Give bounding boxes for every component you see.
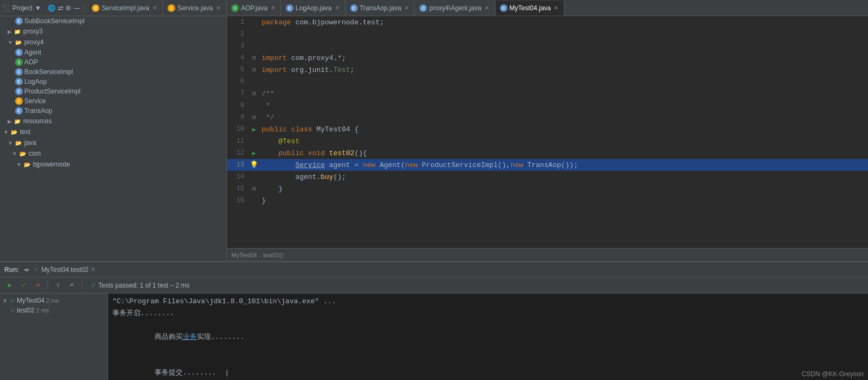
class-icon-LogAop: C — [15, 78, 23, 85]
line-content-11: @Test — [259, 137, 868, 145]
tab-Service[interactable]: I Service.java ✕ — [163, 1, 226, 16]
sidebar-label-TransAop: TransAop — [24, 107, 52, 115]
run-stop-button[interactable]: ⊘ — [32, 280, 43, 291]
tab-LogAop[interactable]: C LogAop.java ✕ — [282, 1, 345, 16]
folder-icon-proxy4: 📂 — [14, 38, 23, 46]
tab-MyTest04[interactable]: C MyTest04.java ✕ — [496, 1, 565, 16]
tab-icon-LogAop: C — [286, 4, 293, 12]
line-num-7: 7 — [227, 90, 249, 97]
run-rerun-button[interactable]: ↕ — [52, 280, 63, 291]
sidebar-item-Service[interactable]: I Service — [0, 96, 226, 106]
toolbar-separator-2 — [82, 280, 82, 291]
class-icon-Service: I — [15, 97, 23, 105]
code-line-14: 14 agent.buy(); — [227, 171, 868, 183]
tab-close-LogAop[interactable]: ✕ — [334, 4, 340, 11]
test-tree: ▼ ✓ MyTest04 2 ms ✓ test02 2 ms — [0, 294, 108, 380]
line-content-5: import org.junit.Test; — [259, 66, 868, 74]
sidebar-item-LogAop[interactable]: C LogAop — [0, 77, 226, 86]
line-num-14: 14 — [227, 173, 249, 181]
console-area[interactable]: "C:\Program Files\Java\jdk1.8.0_101\bin\… — [108, 294, 868, 380]
code-line-2: 2 — [227, 28, 868, 40]
sidebar-label-BookServiceImpl: BookServiceImpl — [24, 68, 73, 76]
line-num-13: 13 — [227, 161, 249, 169]
tab-TransAop[interactable]: C TransAop.java ✕ — [346, 1, 415, 16]
fold-icon-4: ⊡ — [252, 55, 256, 61]
run-play-button[interactable]: ▶ — [4, 280, 15, 291]
bulb-icon-13[interactable]: 💡 — [250, 161, 258, 169]
code-container[interactable]: 1 package com.bjpowernode.test; 2 3 4 ⊡ … — [227, 16, 868, 248]
run-tab[interactable]: ✓ MyTest04.test02 ✕ — [34, 266, 95, 274]
line-num-8: 8 — [227, 102, 249, 109]
tab-close-AOP[interactable]: ✕ — [270, 4, 276, 11]
line-content-15: } — [259, 185, 868, 193]
sidebar-item-Agent[interactable]: C Agent — [0, 48, 226, 57]
sidebar-item-SubBookServiceImpl[interactable]: C SubBookServiceImpl — [0, 16, 226, 26]
sidebar-item-proxy3[interactable]: ▶ 📁 proxy3 — [0, 26, 226, 37]
sidebar-item-java[interactable]: ▼ 📂 java — [0, 137, 226, 148]
tab-label-MyTest04: MyTest04.java — [510, 4, 551, 12]
line-num-9: 9 — [227, 114, 249, 121]
test-item-MyTest04[interactable]: ▼ ✓ MyTest04 2 ms — [0, 296, 108, 305]
run-check-button[interactable]: ✓ — [18, 280, 29, 291]
sidebar-item-com[interactable]: ▼ 📂 com — [0, 148, 226, 159]
code-line-11: 11 @Test — [227, 135, 868, 147]
tab-close-Agent[interactable]: ✕ — [484, 4, 490, 11]
sidebar-label-proxy4: proxy4 — [24, 38, 44, 46]
tab-label-Service: Service.java — [177, 4, 212, 12]
sidebar-label-com: com — [29, 150, 41, 157]
run-tab-close[interactable]: ✕ — [91, 266, 95, 272]
gutter-10[interactable]: ▶ — [249, 126, 259, 133]
tab-AOP[interactable]: I AOP.java ✕ — [227, 1, 281, 16]
sidebar-item-AOP[interactable]: I AOP — [0, 57, 226, 67]
toolbar-globe-icon[interactable]: 🌐 — [48, 4, 56, 12]
line-num-10: 10 — [227, 125, 249, 133]
arrow-bjpowernode: ▼ — [16, 162, 22, 168]
line-num-4: 4 — [227, 54, 249, 62]
breadcrumb-separator: › — [259, 252, 261, 258]
class-icon-TransAop: C — [15, 107, 23, 115]
pass-text: ✓ Tests passed: 1 of 1 test – 2 ms — [91, 282, 190, 289]
line-num-15: 15 — [227, 185, 249, 192]
breadcrumb-item-2[interactable]: test02() — [263, 252, 283, 258]
sidebar-item-TransAop[interactable]: C TransAop — [0, 106, 226, 116]
run-tab-bar: Run: ◀▶ ✓ MyTest04.test02 ✕ — [0, 262, 868, 277]
toolbar-split-icon[interactable]: ⇄ — [58, 4, 63, 12]
toolbar-gear-icon[interactable]: ⚙ — [65, 4, 71, 12]
arrow-test: ▼ — [3, 129, 9, 135]
sidebar-label-LogAop: LogAop — [24, 78, 46, 85]
gutter-12[interactable]: ▶ — [249, 150, 259, 157]
fold-icon-7: ⊡ — [252, 90, 256, 97]
toolbar-separator-1 — [48, 280, 48, 291]
sidebar-item-ProductServiceImpl[interactable]: C ProductServiceImpl — [0, 86, 226, 96]
console-text-2a: 商品购买 — [155, 333, 183, 341]
tab-close-ServiceImpl[interactable]: ✕ — [151, 4, 158, 11]
test-item-test02[interactable]: ✓ test02 2 ms — [0, 305, 108, 315]
gutter-13[interactable]: 💡 — [249, 161, 259, 169]
tree-label-MyTest04: MyTest04 — [17, 297, 44, 304]
tree-label-test02: test02 — [17, 306, 35, 314]
tree-time-MyTest04: 2 ms — [46, 297, 59, 304]
sidebar-item-proxy4[interactable]: ▼ 📂 proxy4 — [0, 37, 226, 48]
gutter-5: ⊡ — [249, 66, 259, 73]
tab-ServiceImpl[interactable]: C ServiceImpl.java ✕ — [88, 1, 163, 16]
tab-icon-MyTest04: C — [500, 4, 508, 12]
tab-close-TransAop[interactable]: ✕ — [403, 4, 410, 11]
code-line-7: 7 ⊡ /** — [227, 88, 868, 99]
run-icon-10[interactable]: ▶ — [252, 126, 256, 133]
gutter-15: ⊡ — [249, 185, 259, 192]
console-link-2[interactable]: 业务 — [183, 333, 197, 341]
run-next-button[interactable]: » — [66, 280, 77, 291]
tab-close-Service[interactable]: ✕ — [215, 4, 222, 11]
line-content-14: agent.buy(); — [259, 173, 868, 181]
run-icon-12[interactable]: ▶ — [252, 150, 256, 157]
sidebar-item-BookServiceImpl[interactable]: C BookServiceImpl — [0, 67, 226, 77]
run-tab-arrow-icon: ◀▶ — [23, 266, 30, 273]
sidebar-item-bjpowernode[interactable]: ▼ 📂 bjpowernode — [0, 159, 226, 170]
sidebar-item-test[interactable]: ▼ 📂 test — [0, 126, 226, 137]
tab-close-MyTest04[interactable]: ✕ — [553, 4, 559, 11]
sidebar-item-resources[interactable]: ▶ 📁 resources — [0, 116, 226, 126]
sidebar-label-Service: Service — [24, 97, 46, 105]
tab-Agent[interactable]: C proxy4\Agent.java ✕ — [415, 1, 495, 16]
line-num-12: 12 — [227, 149, 249, 157]
breadcrumb-item-1[interactable]: MyTest04 — [231, 252, 257, 258]
